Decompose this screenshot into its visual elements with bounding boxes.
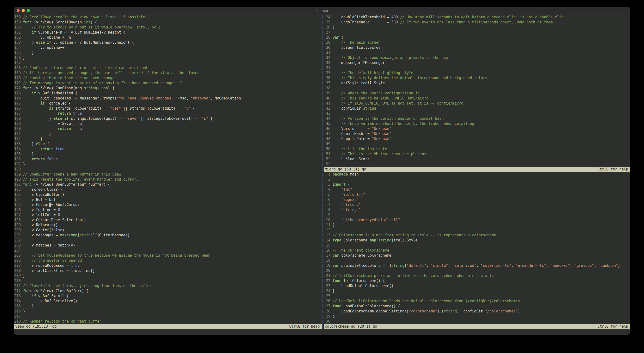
code-line[interactable]: | 26 ) [322,25,630,30]
zoom-window-button[interactable] [27,9,30,12]
code-line[interactable]: | 29 // The main screen [322,40,630,45]
code-line[interactable]: | 49 [322,142,630,147]
code-line[interactable]: 215 } [14,304,322,309]
code-line[interactable]: 180 return true [14,126,322,131]
code-line[interactable]: 160 // Try to scroll by n but if it woul… [14,25,322,30]
code-line[interactable]: 213 if v.Buf != nil { [14,294,322,299]
code-line[interactable]: 195 v.Cursor = &buf.Cursor [14,202,322,207]
code-line[interactable]: 170 // causing them to lose the unsaved … [14,76,322,81]
code-line[interactable]: | 40 // This should be $XDG_CONFIG_HOME/… [322,96,630,101]
code-line[interactable]: | 30 [322,319,630,324]
code-line[interactable]: 166 } [14,55,322,60]
code-line[interactable]: 187 } [14,162,322,167]
minimize-window-button[interactable] [22,9,25,12]
code-line[interactable]: | 7 "strconv" [322,202,630,207]
code-line[interactable]: 192 screen.Clear() [14,187,322,192]
code-line[interactable]: | 10 "github.com/zyedidia/tcell" [322,218,630,223]
code-line[interactable]: 186 return false [14,157,322,162]
code-line[interactable]: | 32 // Object to send messages and prom… [322,55,630,60]
code-line[interactable]: | 38 [322,86,630,91]
code-line[interactable]: 176 if strings.ToLower(quit) == "yes" ||… [14,106,322,111]
code-line[interactable]: | 4 "fmt" [322,187,630,192]
code-line[interactable]: | 35 // The default highlighting style [322,71,630,76]
code-line[interactable]: 217 [14,314,322,319]
code-line[interactable]: | 3 import ( [322,182,630,187]
code-line[interactable]: 185 } [14,152,322,157]
code-line[interactable]: 174 quit, canceled := messenger.Prompt("… [14,96,322,101]
code-line[interactable]: 159 func (v *View) ScrollDown(n int) { [14,20,322,25]
code-line[interactable]: | 20 [322,268,630,273]
code-line[interactable]: 210 [14,278,322,283]
code-line[interactable]: | 11 ) [322,223,630,228]
code-line[interactable]: 167 [14,60,322,66]
close-window-button[interactable] [17,9,20,12]
code-line[interactable]: | 43 [322,111,630,116]
pane-view-go[interactable]: 158 // ScrollDown scrolls the view down … [14,15,322,324]
code-line[interactable]: 165 } [14,50,322,55]
code-line[interactable]: | 42 configDir string [322,106,630,111]
code-line[interactable]: 207 v.mouseReleased = true [14,263,322,268]
code-line[interactable]: 178 } else if strings.ToLower(quit) == "… [14,116,322,121]
code-line[interactable]: | 12 [322,228,630,233]
code-line[interactable]: 218 // ReOpen reloads the current buffer [14,319,322,324]
code-line[interactable]: 177 return true [14,111,322,116]
code-line[interactable]: | 14 type Colorscheme map[string]tcell.S… [322,238,630,243]
code-line[interactable]: 202 [14,238,322,243]
code-line[interactable]: 197 v.leftCol = 0 [14,212,322,218]
code-line[interactable]: | 25 undoThreshold = 500 // If two event… [322,20,630,25]
code-line[interactable]: 200 v.Center(false) [14,228,322,233]
code-line[interactable]: 182 } [14,136,322,142]
code-line[interactable]: 169 // If there are unsaved changes, the… [14,71,322,76]
code-line[interactable]: | 51 // This is the VM that runs the plu… [322,152,630,157]
code-line[interactable]: | 41 // If $XDG_CONFIG_HOME is not set, … [322,101,630,106]
code-line[interactable]: 158 // ScrollDown scrolls the view down … [14,15,322,20]
code-line[interactable]: 171 // The message is what to print afte… [14,81,322,86]
code-line[interactable]: 161 if v.Topline+n <= v.Buf.NumLines-v.h… [14,30,322,35]
code-line[interactable]: | 53 [322,162,630,167]
code-line[interactable]: | 37 defStyle tcell.Style [322,81,630,86]
code-line[interactable]: | 44 // Version is the version number or… [322,116,630,121]
code-line[interactable]: 199 v.Relocate() [14,223,322,228]
code-line[interactable]: 184 return true [14,147,322,152]
code-line[interactable]: 196 v.Topline = 0 [14,207,322,212]
code-line[interactable]: | 2 [322,177,630,182]
code-line[interactable]: | 34 [322,66,630,71]
code-line[interactable]: | 52 L *lua.LState [322,157,630,162]
code-line[interactable]: | 18 [322,258,630,263]
code-line[interactable]: 214 v.Buf.Serialize() [14,299,322,304]
code-line[interactable]: | 5 "io/ioutil" [322,192,630,197]
code-line[interactable]: | 23 LoadDefaultColorscheme() [322,283,630,288]
code-line[interactable]: | 9 [322,212,630,218]
code-line[interactable]: | 16 // The current colorscheme [322,248,630,253]
code-line[interactable]: | 30 screen tcell.Screen [322,45,630,50]
code-line[interactable]: | 48 CompileDate = "Unknown" [322,136,630,142]
code-line[interactable]: | 6 "regexp" [322,197,630,202]
code-line[interactable]: | 13 // Colorscheme is a map from string… [322,233,630,238]
code-line[interactable]: | 28 var ( [322,35,630,40]
code-line[interactable]: 172 func (v *View) CanClose(msg string) … [14,86,322,91]
code-line[interactable]: | 50 // L is the lua state [322,147,630,152]
code-line[interactable]: 188 [14,167,322,172]
code-line[interactable]: 181 } [14,131,322,136]
code-line[interactable]: | 1 package main [322,172,630,177]
window-titlebar[interactable]: 1. micro [14,7,630,14]
pane-colorscheme-go[interactable]: | 1 package main| 2 | 3 import (| 4 "fmt… [322,172,630,324]
code-line[interactable]: 206 // the editor is opened [14,258,322,263]
code-line[interactable]: | 25 [322,294,630,299]
code-line[interactable]: 208 v.lastClickTime = time.Time{} [14,268,322,273]
code-line[interactable]: | 24 doubleClickThreshold = 400 // How m… [322,15,630,20]
code-line[interactable]: 204 [14,248,322,253]
code-line[interactable]: | 36 // This simply defines the default … [322,76,630,81]
code-line[interactable]: | 39 // Where the user's configuration i… [322,91,630,96]
code-line[interactable]: | 28 LoadColorscheme(globalSettings["col… [322,309,630,314]
code-line[interactable]: 183 } else { [14,142,322,147]
code-line[interactable]: 201 v.messages = make(map[string][]Gutte… [14,233,322,238]
code-line[interactable]: 162 v.Topline += n [14,35,322,40]
pane-micro-go[interactable]: | 24 doubleClickThreshold = 400 // How m… [322,15,630,167]
code-line[interactable]: 189 // OpenBuffer opens a new buffer in … [14,172,322,177]
code-line[interactable]: | 24 } [322,288,630,294]
code-line[interactable]: | 26 // LoadDefaultColorscheme loads the… [322,299,630,304]
code-line[interactable]: | 15 [322,243,630,248]
code-line[interactable]: 203 v.matches = Match(v) [14,243,322,248]
code-line[interactable]: 168 // CanClose returns whether or not t… [14,66,322,71]
